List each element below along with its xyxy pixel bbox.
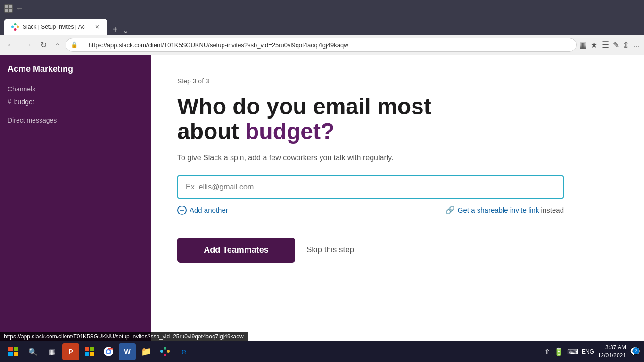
app-container: Acme Marketing Channels # budget Direct … <box>0 55 644 341</box>
title-bar: ← <box>0 0 644 17</box>
back-nav-button[interactable]: ← <box>4 38 18 52</box>
status-url: https://app.slack.com/client/T01K5SGUKNU… <box>4 333 244 340</box>
status-bar: https://app.slack.com/client/T01K5SGUKNU… <box>0 332 248 341</box>
svg-rect-8 <box>14 28 17 31</box>
taskbar-notification-icon[interactable]: 💬 2 <box>630 346 640 357</box>
tab-bar: Slack | Setup Invites | Ac × + ⌄ <box>0 17 644 35</box>
address-bar[interactable]: 🔒 https://app.slack.com/client/T01K5SGUK… <box>66 38 577 52</box>
share2-icon[interactable]: ⇫ <box>623 41 629 49</box>
task-view-icon: ▦ <box>49 347 56 356</box>
svg-rect-10 <box>14 347 18 351</box>
step-indicator: Step 3 of 3 <box>177 77 618 85</box>
heading-part1: Who do you email most <box>177 94 431 119</box>
workspace-name: Acme Marketing <box>8 64 143 74</box>
favorites-icon[interactable]: ★ <box>590 40 598 50</box>
svg-point-19 <box>107 350 110 353</box>
url-text: https://app.slack.com/client/T01K5SGUKNU… <box>89 41 348 49</box>
taskbar-chrome[interactable] <box>100 343 117 360</box>
svg-rect-5 <box>11 26 14 28</box>
toolbar-icons: ▦ ★ ☰ ✎ ⇫ … <box>579 40 640 50</box>
home-button[interactable]: ⌂ <box>52 39 63 51</box>
taskbar-powerpoint[interactable]: P <box>62 343 79 360</box>
active-tab[interactable]: Slack | Setup Invites | Ac × <box>4 19 107 35</box>
svg-rect-11 <box>8 352 13 356</box>
invite-link[interactable]: 🔗 Get a shareable invite link instead <box>446 206 564 214</box>
taskbar-date-display: 12/01/2021 <box>598 352 626 360</box>
svg-rect-6 <box>14 23 17 25</box>
search-icon: 🔍 <box>28 347 38 356</box>
main-content: Step 3 of 3 Who do you email most about … <box>151 55 644 341</box>
direct-messages-label: Direct messages <box>8 116 143 124</box>
notification-badge: 2 <box>633 347 639 354</box>
svg-rect-13 <box>85 347 89 351</box>
taskbar-task-view[interactable]: ▦ <box>43 343 60 360</box>
svg-rect-14 <box>90 347 94 351</box>
main-heading: Who do you email most about budget? <box>177 94 564 144</box>
keyboard-icon: ⌨ <box>567 347 578 356</box>
svg-rect-23 <box>164 354 166 356</box>
svg-rect-12 <box>14 352 18 356</box>
lock-icon: 🔒 <box>71 41 78 48</box>
taskbar-edge[interactable]: e <box>175 343 192 360</box>
sidebar-channel-budget[interactable]: # budget <box>8 97 143 107</box>
edge-icon: e <box>182 347 186 357</box>
svg-rect-21 <box>164 347 166 350</box>
chevron-up-icon[interactable]: ⇧ <box>545 348 550 355</box>
sidebar-toggle-icon[interactable]: ▦ <box>579 41 586 49</box>
browser-chrome: ← Slack | Setup Invites | Ac × + ⌄ ← → ↻… <box>0 0 644 55</box>
taskbar: 🔍 ▦ P W 📁 e <box>0 341 644 362</box>
svg-rect-16 <box>90 352 94 356</box>
channels-label: Channels <box>8 85 143 93</box>
add-another-icon: + <box>177 206 187 215</box>
input-actions: + Add another 🔗 Get a shareable invite l… <box>177 206 564 215</box>
taskbar-search-button[interactable]: 🔍 <box>25 343 41 360</box>
slack-favicon <box>11 23 19 31</box>
new-tab-button[interactable]: + <box>107 24 123 35</box>
link-icon: 🔗 <box>446 206 455 214</box>
tab-close-button[interactable]: × <box>94 23 100 31</box>
invite-link-text: Get a shareable invite link instead <box>458 206 564 214</box>
svg-rect-20 <box>160 350 163 353</box>
address-bar-row: ← → ↻ ⌂ 🔒 https://app.slack.com/client/T… <box>0 35 644 55</box>
tab-dropdown-button[interactable]: ⌄ <box>123 26 129 35</box>
channel-name: budget <box>14 98 34 106</box>
sidebar: Acme Marketing Channels # budget Direct … <box>0 55 151 341</box>
slack-taskbar-icon <box>160 347 170 356</box>
sub-text: To give Slack a spin, add a few coworker… <box>177 154 618 162</box>
more-options-icon[interactable]: … <box>633 41 640 49</box>
invite-link-main: Get a shareable invite link <box>458 206 539 214</box>
taskbar-store[interactable] <box>81 343 98 360</box>
svg-rect-3 <box>5 9 8 12</box>
collections-icon[interactable]: ☰ <box>602 40 609 50</box>
refresh-button[interactable]: ↻ <box>38 39 50 51</box>
word-icon: W <box>124 348 130 355</box>
taskbar-word[interactable]: W <box>119 343 136 360</box>
share-icon[interactable]: ✎ <box>613 41 619 49</box>
powerpoint-icon: P <box>68 348 73 355</box>
svg-rect-15 <box>85 352 89 356</box>
chrome-icon <box>104 347 113 356</box>
add-another-link[interactable]: + Add another <box>177 206 228 215</box>
battery-icon: 🔋 <box>554 347 563 356</box>
store-icon <box>85 347 94 356</box>
heading-highlight: budget? <box>245 119 334 144</box>
invite-link-instead: instead <box>539 206 564 214</box>
window-controls-left: ← <box>4 4 25 13</box>
button-row: Add Teammates Skip this step <box>177 238 618 263</box>
svg-rect-1 <box>5 5 8 8</box>
svg-rect-22 <box>167 350 170 353</box>
system-icon <box>4 4 13 13</box>
skip-step-button[interactable]: Skip this step <box>306 245 354 255</box>
svg-rect-2 <box>9 5 12 8</box>
svg-rect-7 <box>17 26 19 28</box>
back-button: ← <box>15 4 25 13</box>
add-teammates-button[interactable]: Add Teammates <box>177 238 295 263</box>
taskbar-slack[interactable] <box>157 343 173 360</box>
forward-nav-button[interactable]: → <box>21 38 35 52</box>
tab-title: Slack | Setup Invites | Ac <box>23 24 91 30</box>
taskbar-explorer[interactable]: 📁 <box>138 343 155 360</box>
start-button[interactable] <box>4 343 23 360</box>
explorer-icon: 📁 <box>141 346 151 357</box>
email-input[interactable] <box>177 175 564 199</box>
heading-part2: about <box>177 119 245 144</box>
